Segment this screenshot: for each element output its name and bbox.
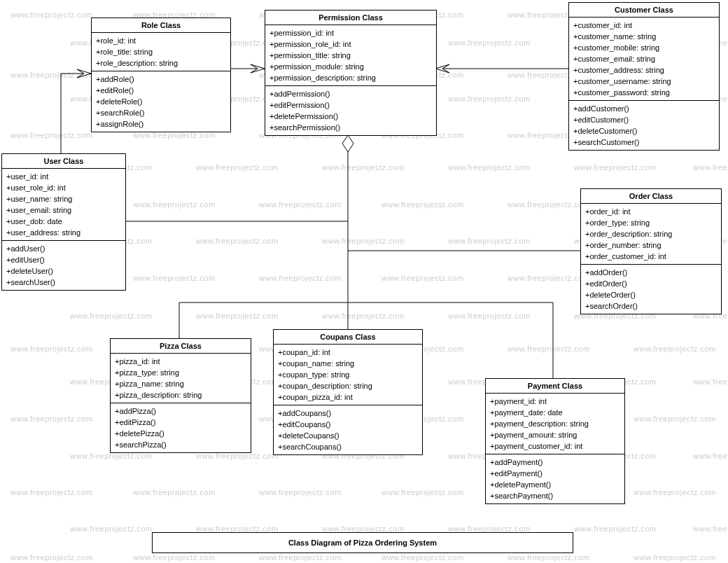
operations: +addPayment()+editPayment()+deletePaymen… <box>486 454 624 503</box>
class-title: Payment Class <box>486 379 624 394</box>
operations: +addPizza()+editPizza()+deletePizza()+se… <box>111 403 251 452</box>
class-role: Role Class +role_id: int+role_title: str… <box>91 18 231 132</box>
class-title: User Class <box>2 154 125 169</box>
class-title: Customer Class <box>569 3 719 18</box>
attributes: +pizza_id: int+pizza_type: string+pizza_… <box>111 354 251 403</box>
operations: +addUser()+editUser()+deleteUser()+searc… <box>2 241 125 290</box>
class-customer: Customer Class +customer_id: int+custome… <box>568 2 720 151</box>
class-title: Pizza Class <box>111 339 251 354</box>
attributes: +user_id: int+user_role_id: int+user_nam… <box>2 169 125 241</box>
attributes: +role_id: int+role_title: string+role_de… <box>92 33 230 71</box>
operations: +addCustomer()+editCustomer()+deleteCust… <box>569 101 719 150</box>
diagram-caption: Class Diagram of Pizza Ordering System <box>152 532 573 553</box>
class-payment: Payment Class +payment_id: int+payment_d… <box>485 378 625 504</box>
class-order: Order Class +order_id: int+order_type: s… <box>580 188 722 314</box>
class-title: Coupans Class <box>274 330 422 345</box>
class-coupans: Coupans Class +coupan_id: int+coupan_nam… <box>273 329 423 455</box>
svg-marker-3 <box>342 135 354 152</box>
operations: +addPermission()+editPermission()+delete… <box>265 86 436 135</box>
operations: +addCoupans()+editCoupans()+deleteCoupan… <box>274 405 422 454</box>
attributes: +customer_id: int+customer_name: string+… <box>569 18 719 101</box>
class-title: Order Class <box>581 189 721 204</box>
class-title: Role Class <box>92 18 230 33</box>
attributes: +permission_id: int+permission_role_id: … <box>265 25 436 86</box>
operations: +addRole()+editRole()+deleteRole()+searc… <box>92 71 230 132</box>
class-pizza: Pizza Class +pizza_id: int+pizza_type: s… <box>110 338 251 453</box>
attributes: +payment_id: int+payment_date: date+paym… <box>486 394 624 454</box>
class-permission: Permission Class +permission_id: int+per… <box>265 10 437 136</box>
attributes: +coupan_id: int+coupan_name: string+coup… <box>274 345 422 405</box>
attributes: +order_id: int+order_type: string+order_… <box>581 204 721 265</box>
class-title: Permission Class <box>265 11 436 25</box>
diagram-canvas: // generate watermark grid directly for … <box>0 0 728 563</box>
operations: +addOrder()+editOrder()+deleteOrder()+se… <box>581 265 721 314</box>
class-user: User Class +user_id: int+user_role_id: i… <box>1 153 126 291</box>
